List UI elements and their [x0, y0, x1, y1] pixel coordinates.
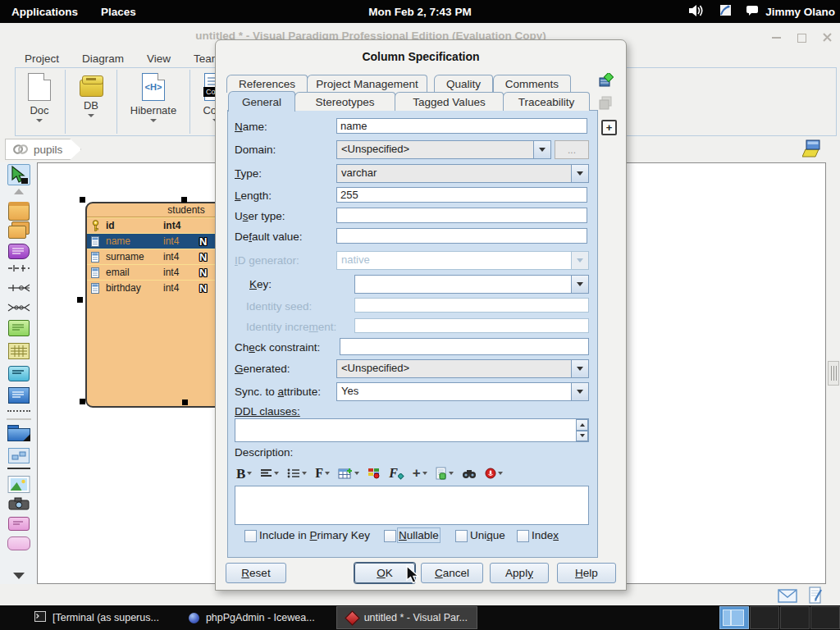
image-tool[interactable]	[7, 476, 30, 493]
dotted-line-tool[interactable]	[7, 410, 30, 412]
domain-select[interactable]: <Unspecified>	[336, 140, 551, 159]
model-transitor-icon[interactable]	[599, 73, 614, 91]
selection-handle[interactable]	[80, 197, 85, 203]
chevron-down-icon[interactable]	[571, 165, 588, 182]
selection-handle[interactable]	[182, 399, 188, 405]
tab-stereotypes[interactable]: Stereotypes	[294, 92, 395, 111]
reset-button[interactable]: Reset	[226, 563, 286, 583]
subdiagram-tool[interactable]	[8, 448, 30, 463]
menu-diagram[interactable]: Diagram	[71, 52, 135, 65]
tablet-pen-icon[interactable]	[718, 4, 733, 20]
user-type-input[interactable]	[336, 208, 587, 223]
nullable-label[interactable]: Nullable	[399, 529, 439, 541]
description-textarea[interactable]	[235, 486, 589, 525]
include-in-primary-key-checkbox[interactable]	[244, 530, 257, 542]
diagram-overview-icon[interactable]	[802, 139, 822, 161]
add-column-button[interactable]: +	[601, 120, 617, 135]
richtext-color-button[interactable]	[368, 468, 381, 479]
domain-browse-button[interactable]: ...	[555, 140, 589, 159]
workspace-1[interactable]	[719, 606, 749, 629]
tab-references[interactable]: References	[226, 75, 308, 93]
view-tool[interactable]	[8, 244, 30, 259]
key-select[interactable]	[354, 275, 589, 294]
entity-tool[interactable]	[8, 202, 30, 221]
richtext-find-button[interactable]	[462, 468, 477, 479]
comment-callout-tool[interactable]	[8, 517, 30, 531]
many-to-many-relationship-tool[interactable]	[7, 304, 30, 312]
menu-view[interactable]: View	[135, 52, 182, 65]
tab-traceability[interactable]: Traceability	[503, 92, 590, 111]
panel-grip[interactable]	[828, 361, 839, 386]
unique-label[interactable]: Unique	[470, 529, 505, 541]
sync-to-attribute-select[interactable]: Yes	[336, 382, 589, 401]
tab-tagged-values[interactable]: Tagged Values	[395, 92, 504, 111]
breadcrumb-pupils[interactable]: pupils	[5, 139, 81, 160]
chevron-down-icon[interactable]	[533, 141, 550, 158]
volume-icon[interactable]	[688, 4, 705, 20]
chevron-down-icon[interactable]	[571, 276, 588, 293]
richtext-template-button[interactable]	[436, 467, 454, 480]
tab-quality[interactable]: Quality	[434, 75, 493, 93]
nullable-checkbox[interactable]	[384, 530, 396, 542]
richtext-insert-button[interactable]: +	[413, 467, 427, 480]
spinner-down-icon[interactable]	[576, 431, 588, 442]
taskbar-phppgadmin[interactable]: phpPgAdmin - Icewea...	[180, 606, 323, 629]
user-menu[interactable]: Jimmy Olano	[765, 6, 835, 18]
tab-project-management[interactable]: Project Management	[307, 75, 427, 93]
one-to-many-relationship-tool[interactable]	[7, 284, 30, 292]
close-button[interactable]	[823, 30, 832, 45]
ddl-clauses-input[interactable]	[235, 418, 589, 442]
callout-tool[interactable]	[8, 366, 30, 381]
hibernate-button[interactable]: <H> Hibernate	[119, 68, 188, 135]
camera-tool[interactable]	[8, 497, 30, 510]
type-select[interactable]: varchar	[336, 164, 589, 183]
chevron-down-icon[interactable]	[571, 360, 588, 377]
workspace-switcher[interactable]	[719, 606, 840, 629]
tab-comments[interactable]: Comments	[493, 75, 571, 93]
cancel-button[interactable]: Cancel	[421, 563, 483, 583]
index-label[interactable]: Index	[532, 529, 559, 541]
workspace-3[interactable]	[780, 606, 810, 629]
richtext-list-button[interactable]	[287, 468, 307, 478]
include-in-primary-key-label[interactable]: Include in Primary Key	[259, 529, 370, 541]
taskbar-terminal[interactable]: [Terminal (as superus...	[26, 606, 167, 629]
message-pane-icon[interactable]	[778, 589, 797, 606]
clock[interactable]: Mon Feb 2, 7:43 PM	[368, 6, 471, 18]
length-input[interactable]	[336, 187, 587, 203]
palette-scroll-down-icon[interactable]	[13, 573, 25, 579]
menu-project[interactable]: Project	[13, 52, 71, 65]
name-input[interactable]	[336, 118, 587, 134]
workspace-4[interactable]	[810, 606, 840, 629]
apply-button[interactable]: Apply	[490, 563, 549, 583]
chevron-down-icon[interactable]	[571, 383, 588, 400]
tab-general[interactable]: General	[228, 91, 295, 112]
db-button[interactable]: DB	[67, 68, 115, 135]
note-tool[interactable]	[8, 387, 30, 404]
ddl-spinner[interactable]	[576, 419, 588, 441]
richtext-format-button[interactable]: F	[389, 467, 404, 480]
richtext-table-button[interactable]	[338, 468, 359, 479]
selection-handle[interactable]	[80, 399, 85, 404]
places-menu[interactable]: Places	[89, 6, 148, 18]
richtext-align-button[interactable]	[260, 468, 279, 478]
index-checkbox[interactable]	[517, 530, 529, 542]
richtext-font-button[interactable]: F	[315, 467, 330, 480]
pointer-tool[interactable]	[7, 164, 30, 185]
default-value-input[interactable]	[336, 228, 587, 244]
applications-menu[interactable]: Applications	[0, 6, 89, 18]
selection-handle[interactable]	[77, 297, 83, 303]
multiple-entities-tool[interactable]	[8, 221, 30, 238]
taskbar-visual-paradigm[interactable]: untitled * - Visual Par...	[336, 606, 477, 629]
check-constraint-input[interactable]	[340, 338, 589, 355]
spinner-up-icon[interactable]	[576, 419, 588, 431]
generated-select[interactable]: <Unspecified>	[336, 359, 589, 378]
package-tool[interactable]	[7, 425, 30, 441]
selection-handle[interactable]	[181, 197, 187, 203]
chat-status-icon[interactable]	[746, 5, 759, 19]
richtext-record-button[interactable]	[485, 468, 503, 479]
stored-procedure-tool[interactable]	[8, 320, 30, 336]
palette-scroll-up-icon[interactable]	[14, 189, 24, 194]
line-tool[interactable]	[7, 468, 30, 469]
doc-button[interactable]: Doc	[16, 68, 63, 135]
one-to-one-relationship-tool[interactable]	[7, 264, 30, 272]
